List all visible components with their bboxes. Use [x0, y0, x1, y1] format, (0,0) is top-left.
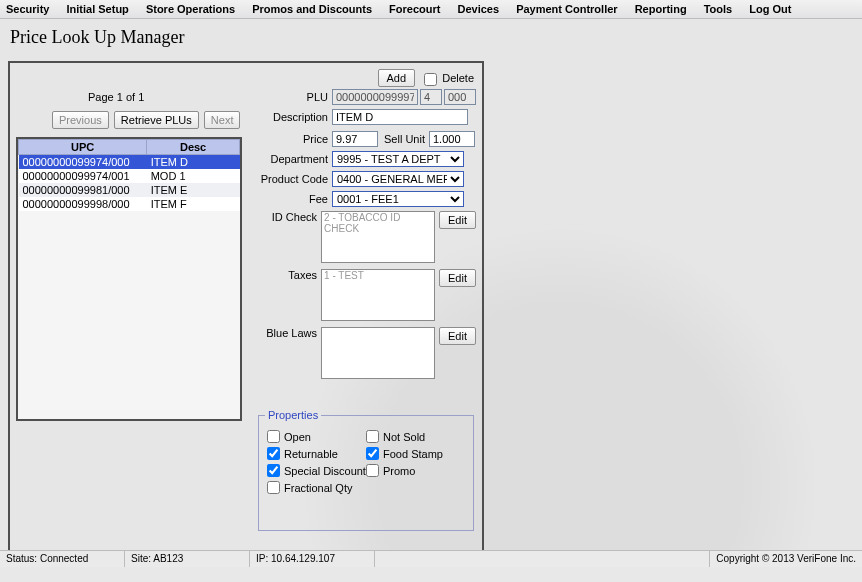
cell-desc: ITEM D [147, 155, 240, 170]
top-buttons: Add Delete [378, 69, 475, 87]
next-button[interactable]: Next [204, 111, 241, 129]
prop-promo[interactable]: Promo [366, 464, 465, 477]
prop-open[interactable]: Open [267, 430, 366, 443]
returnable-checkbox[interactable] [267, 447, 280, 460]
cell-desc: ITEM E [147, 183, 240, 197]
blue-laws-edit-button[interactable]: Edit [439, 327, 476, 345]
menu-payment-controller[interactable]: Payment Controller [516, 3, 617, 15]
pager-label: Page 1 of 1 [88, 91, 144, 103]
special-discount-label: Special Discount [284, 465, 366, 477]
cell-upc: 00000000099998/000 [19, 197, 147, 211]
menu-log-out[interactable]: Log Out [749, 3, 791, 15]
not-sold-label: Not Sold [383, 431, 425, 443]
description-label: Description [258, 111, 332, 123]
taxes-item: 1 - TEST [324, 270, 432, 281]
prop-not-sold[interactable]: Not Sold [366, 430, 465, 443]
menu-bar: Security Initial Setup Store Operations … [0, 0, 862, 19]
menu-initial-setup[interactable]: Initial Setup [66, 3, 128, 15]
table-row[interactable]: 00000000099974/001 MOD 1 [19, 169, 240, 183]
fee-label: Fee [258, 193, 332, 205]
promo-checkbox[interactable] [366, 464, 379, 477]
delete-checkbox[interactable] [424, 73, 437, 86]
not-sold-checkbox[interactable] [366, 430, 379, 443]
status-connection: Status: Connected [0, 551, 125, 567]
taxes-list[interactable]: 1 - TEST [321, 269, 435, 321]
id-check-edit-button[interactable]: Edit [439, 211, 476, 229]
description-field[interactable] [332, 109, 468, 125]
col-desc[interactable]: Desc [147, 140, 240, 155]
taxes-edit-button[interactable]: Edit [439, 269, 476, 287]
table-row[interactable]: 00000000099974/000 ITEM D [19, 155, 240, 170]
plu-suffix-field[interactable] [444, 89, 476, 105]
menu-security[interactable]: Security [6, 3, 49, 15]
retrieve-plus-button[interactable]: Retrieve PLUs [114, 111, 199, 129]
table-row[interactable]: 00000000099981/000 ITEM E [19, 183, 240, 197]
plu-table: UPC Desc 00000000099974/000 ITEM D 00000… [18, 139, 240, 211]
blue-laws-list[interactable] [321, 327, 435, 379]
id-check-label: ID Check [258, 211, 321, 223]
department-label: Department [258, 153, 332, 165]
menu-forecourt[interactable]: Forecourt [389, 3, 440, 15]
pager-buttons: Previous Retrieve PLUs Next [52, 111, 242, 129]
promo-label: Promo [383, 465, 415, 477]
plu-field[interactable] [332, 89, 418, 105]
properties-fieldset: Properties Open Not Sold Returnable Food… [258, 415, 474, 531]
fee-select[interactable]: 0001 - FEE1 [332, 191, 464, 207]
fractional-qty-checkbox[interactable] [267, 481, 280, 494]
menu-devices[interactable]: Devices [457, 3, 499, 15]
status-copyright: Copyright © 2013 VeriFone Inc. [710, 551, 862, 567]
previous-button[interactable]: Previous [52, 111, 109, 129]
prop-special-discount[interactable]: Special Discount [267, 464, 366, 477]
col-upc[interactable]: UPC [19, 140, 147, 155]
price-field[interactable] [332, 131, 378, 147]
menu-promos-discounts[interactable]: Promos and Discounts [252, 3, 372, 15]
plu-list: UPC Desc 00000000099974/000 ITEM D 00000… [16, 137, 242, 421]
open-checkbox[interactable] [267, 430, 280, 443]
blue-laws-label: Blue Laws [258, 327, 321, 339]
status-site: Site: AB123 [125, 551, 250, 567]
menu-reporting[interactable]: Reporting [635, 3, 687, 15]
food-stamp-checkbox[interactable] [366, 447, 379, 460]
add-button[interactable]: Add [378, 69, 416, 87]
prop-returnable[interactable]: Returnable [267, 447, 366, 460]
department-select[interactable]: 9995 - TEST A DEPT [332, 151, 464, 167]
properties-legend: Properties [265, 409, 321, 421]
cell-desc: ITEM F [147, 197, 240, 211]
taxes-label: Taxes [258, 269, 321, 281]
sell-unit-field[interactable] [429, 131, 475, 147]
price-label: Price [258, 133, 332, 145]
prop-food-stamp[interactable]: Food Stamp [366, 447, 465, 460]
menu-store-operations[interactable]: Store Operations [146, 3, 235, 15]
sell-unit-label: Sell Unit [384, 133, 425, 145]
cell-upc: 00000000099974/000 [19, 155, 147, 170]
table-row[interactable]: 00000000099998/000 ITEM F [19, 197, 240, 211]
special-discount-checkbox[interactable] [267, 464, 280, 477]
id-check-item: 2 - TOBACCO ID CHECK [324, 212, 432, 234]
delete-label: Delete [442, 72, 474, 84]
food-stamp-label: Food Stamp [383, 448, 443, 460]
cell-upc: 00000000099974/001 [19, 169, 147, 183]
status-bar: Status: Connected Site: AB123 IP: 10.64.… [0, 550, 862, 567]
fractional-qty-label: Fractional Qty [284, 482, 352, 494]
returnable-label: Returnable [284, 448, 338, 460]
plu-label: PLU [258, 91, 332, 103]
menu-tools[interactable]: Tools [704, 3, 733, 15]
page-title: Price Look Up Manager [0, 19, 862, 54]
open-label: Open [284, 431, 311, 443]
plu-mid-field[interactable] [420, 89, 442, 105]
main-panel: Add Delete Page 1 of 1 Previous Retrieve… [8, 61, 484, 559]
status-ip: IP: 10.64.129.107 [250, 551, 375, 567]
id-check-list[interactable]: 2 - TOBACCO ID CHECK [321, 211, 435, 263]
table-header-row: UPC Desc [19, 140, 240, 155]
cell-desc: MOD 1 [147, 169, 240, 183]
status-spacer [375, 551, 710, 567]
prop-fractional-qty[interactable]: Fractional Qty [267, 481, 366, 494]
cell-upc: 00000000099981/000 [19, 183, 147, 197]
product-code-select[interactable]: 0400 - GENERAL MERCHANI [332, 171, 464, 187]
product-code-label: Product Code [258, 173, 332, 185]
page-body: Price Look Up Manager Add Delete Page 1 … [0, 19, 862, 567]
detail-form: PLU Description Price Sell Unit Departme… [258, 89, 476, 383]
